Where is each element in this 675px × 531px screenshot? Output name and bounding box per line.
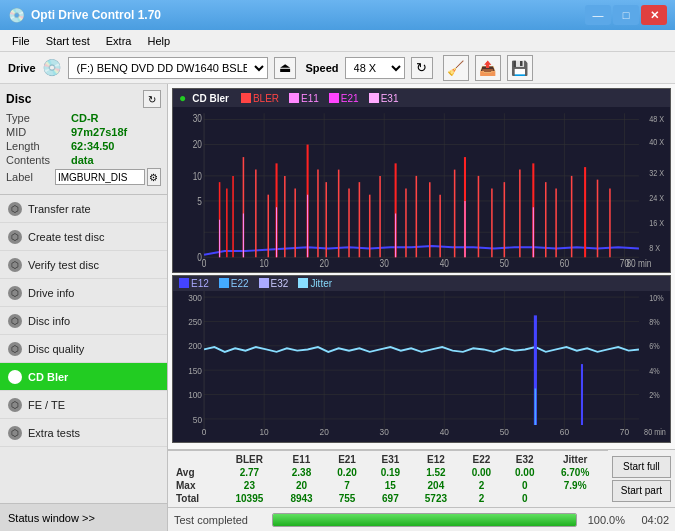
sidebar-item-fe-te[interactable]: ⬡ FE / TE [0, 391, 167, 419]
stats-total-bler: 10395 [221, 492, 278, 505]
svg-text:20: 20 [320, 426, 329, 437]
drive-icon: 💿 [42, 58, 62, 77]
stats-max-label: Max [172, 479, 221, 492]
disc-label-row: Label ⚙ [6, 168, 161, 186]
disc-label-button[interactable]: ⚙ [147, 168, 161, 186]
sidebar-item-label: Verify test disc [28, 259, 99, 271]
stats-total-jitter [546, 492, 603, 505]
status-text: Test completed [174, 514, 264, 526]
app-title: Opti Drive Control 1.70 [31, 8, 161, 22]
chart1-svg: 30 20 10 5 0 0 10 20 30 40 50 60 70 [173, 107, 670, 270]
stats-max-jitter: 7.9% [546, 479, 603, 492]
speed-label: Speed [306, 62, 339, 74]
sidebar-item-verify-test-disc[interactable]: ⬡ Verify test disc [0, 251, 167, 279]
bottom-bar: Test completed 100.0% 04:02 [168, 507, 675, 531]
stats-buttons-row: BLER E11 E21 E31 E12 E22 E32 Jitter Avg [168, 449, 675, 507]
progress-bar-background [272, 513, 577, 527]
extra-tests-icon: ⬡ [8, 426, 22, 440]
app-icon: 💿 [8, 7, 25, 23]
disc-quality-icon: ⬡ [8, 342, 22, 356]
maximize-button[interactable]: □ [613, 5, 639, 25]
disc-mid-label: MID [6, 126, 71, 138]
stats-max-e11: 20 [278, 479, 326, 492]
svg-text:30: 30 [380, 426, 389, 437]
sidebar-item-disc-quality[interactable]: ⬡ Disc quality [0, 335, 167, 363]
chart2-body: 300 250 200 150 100 50 0 10 20 30 40 50 … [173, 291, 670, 437]
legend-e12: E12 [179, 278, 209, 289]
svg-text:10: 10 [260, 426, 269, 437]
svg-text:20: 20 [193, 140, 202, 151]
legend-e32: E32 [259, 278, 289, 289]
svg-text:4%: 4% [649, 366, 659, 376]
rip-button[interactable]: 📤 [475, 55, 501, 81]
stats-col-jitter: Jitter [546, 453, 603, 466]
sidebar-item-extra-tests[interactable]: ⬡ Extra tests [0, 419, 167, 447]
stats-total-e31: 697 [369, 492, 412, 505]
chart1-body: 30 20 10 5 0 0 10 20 30 40 50 60 70 [173, 107, 670, 270]
stats-avg-label: Avg [172, 466, 221, 479]
chart1-title: ● CD Bler BLER E11 E21 [173, 89, 670, 107]
disc-info-icon: ⬡ [8, 314, 22, 328]
stats-avg-e12: 1.52 [412, 466, 460, 479]
svg-text:30: 30 [380, 259, 389, 270]
svg-text:32 X: 32 X [649, 168, 664, 178]
sidebar-item-disc-info[interactable]: ⬡ Disc info [0, 307, 167, 335]
disc-contents-row: Contents data [6, 154, 161, 166]
sidebar: Disc ↻ Type CD-R MID 97m27s18f Length 62… [0, 84, 168, 531]
stats-avg-e21: 0.20 [325, 466, 368, 479]
svg-text:50: 50 [500, 426, 509, 437]
svg-text:300: 300 [188, 292, 202, 303]
chart2-title: E12 E22 E32 Jitter [173, 276, 670, 291]
eject-button[interactable]: ⏏ [274, 57, 296, 79]
disc-mid-value: 97m27s18f [71, 126, 127, 138]
drive-select[interactable]: (F:) BENQ DVD DD DW1640 BSLB [68, 57, 268, 79]
stats-col-e11: E11 [278, 453, 326, 466]
sidebar-item-drive-info[interactable]: ⬡ Drive info [0, 279, 167, 307]
menu-start-test[interactable]: Start test [38, 33, 98, 49]
stats-col-e22: E22 [460, 453, 503, 466]
save-button[interactable]: 💾 [507, 55, 533, 81]
sidebar-item-label: FE / TE [28, 399, 65, 411]
menu-bar: File Start test Extra Help [0, 30, 675, 52]
disc-label-input[interactable] [55, 169, 145, 185]
stats-col-e12: E12 [412, 453, 460, 466]
menu-file[interactable]: File [4, 33, 38, 49]
disc-refresh-button[interactable]: ↻ [143, 90, 161, 108]
chart2-container: E12 E22 E32 Jitter [172, 275, 671, 443]
start-part-button[interactable]: Start part [612, 480, 671, 502]
start-full-button[interactable]: Start full [612, 456, 671, 478]
stats-max-bler: 23 [221, 479, 278, 492]
menu-extra[interactable]: Extra [98, 33, 140, 49]
legend-e11: E11 [289, 93, 319, 104]
sidebar-item-label: CD Bler [28, 371, 68, 383]
stats-row-avg: Avg 2.77 2.38 0.20 0.19 1.52 0.00 0.00 6… [172, 466, 604, 479]
sidebar-item-cd-bler[interactable]: ⬡ CD Bler [0, 363, 167, 391]
stats-col-e21: E21 [325, 453, 368, 466]
sidebar-item-label: Extra tests [28, 427, 80, 439]
refresh-speed-button[interactable]: ↻ [411, 57, 433, 79]
main-layout: Disc ↻ Type CD-R MID 97m27s18f Length 62… [0, 84, 675, 531]
stats-max-e21: 7 [325, 479, 368, 492]
svg-text:8%: 8% [649, 317, 659, 327]
sidebar-item-label: Transfer rate [28, 203, 91, 215]
sidebar-item-create-test-disc[interactable]: ⬡ Create test disc [0, 223, 167, 251]
minimize-button[interactable]: — [585, 5, 611, 25]
svg-text:2%: 2% [649, 390, 659, 400]
close-button[interactable]: ✕ [641, 5, 667, 25]
disc-header: Disc ↻ [6, 90, 161, 108]
sidebar-item-transfer-rate[interactable]: ⬡ Transfer rate [0, 195, 167, 223]
menu-help[interactable]: Help [139, 33, 178, 49]
speed-select[interactable]: 48 X [345, 57, 405, 79]
stats-col-label [172, 453, 221, 466]
stats-avg-e11: 2.38 [278, 466, 326, 479]
svg-text:0: 0 [202, 426, 207, 437]
erase-button[interactable]: 🧹 [443, 55, 469, 81]
stats-col-e32: E32 [503, 453, 546, 466]
svg-text:70: 70 [620, 426, 629, 437]
stats-max-e12: 204 [412, 479, 460, 492]
chart1-container: ● CD Bler BLER E11 E21 [172, 88, 671, 273]
svg-text:10%: 10% [649, 293, 663, 303]
status-window-button[interactable]: Status window >> [0, 503, 167, 531]
verify-test-disc-icon: ⬡ [8, 258, 22, 272]
stats-total-e12: 5723 [412, 492, 460, 505]
